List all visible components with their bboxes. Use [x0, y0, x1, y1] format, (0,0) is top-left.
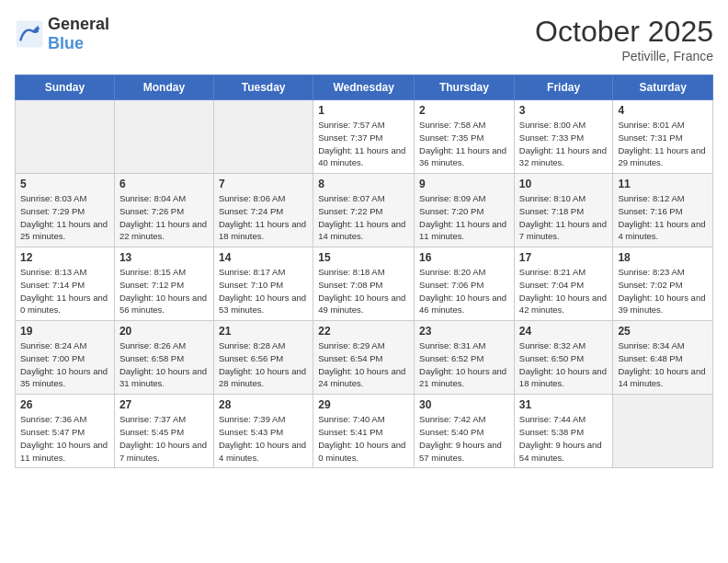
- day-info: Sunrise: 8:09 AMSunset: 7:20 PMDaylight:…: [419, 192, 509, 243]
- day-info: Sunrise: 8:15 AMSunset: 7:12 PMDaylight:…: [119, 266, 209, 316]
- calendar-week-1: 1Sunrise: 7:57 AMSunset: 7:37 PMDaylight…: [16, 100, 713, 174]
- day-info: Sunrise: 8:29 AMSunset: 6:54 PMDaylight:…: [318, 339, 409, 390]
- day-number: 16: [419, 251, 509, 264]
- calendar-cell: 14Sunrise: 8:17 AMSunset: 7:10 PMDayligh…: [213, 247, 313, 321]
- day-number: 13: [119, 251, 209, 264]
- day-number: 5: [20, 178, 109, 190]
- day-info: Sunrise: 7:39 AMSunset: 5:43 PMDaylight:…: [219, 413, 308, 464]
- day-number: 4: [618, 104, 708, 117]
- day-number: 9: [419, 178, 509, 190]
- day-number: 8: [318, 178, 409, 190]
- calendar-cell: 21Sunrise: 8:28 AMSunset: 6:56 PMDayligh…: [213, 321, 313, 395]
- calendar-cell: 23Sunrise: 8:31 AMSunset: 6:52 PMDayligh…: [415, 321, 515, 395]
- day-info: Sunrise: 8:31 AMSunset: 6:52 PMDaylight:…: [419, 339, 509, 390]
- day-info: Sunrise: 8:13 AMSunset: 7:14 PMDaylight:…: [20, 266, 109, 316]
- day-info: Sunrise: 8:10 AMSunset: 7:18 PMDaylight:…: [519, 192, 609, 243]
- calendar-cell: 24Sunrise: 8:32 AMSunset: 6:50 PMDayligh…: [514, 321, 613, 395]
- day-number: 1: [318, 104, 409, 117]
- logo: General Blue: [15, 15, 109, 53]
- weekday-thursday: Thursday: [415, 75, 515, 100]
- calendar-cell: 11Sunrise: 8:12 AMSunset: 7:16 PMDayligh…: [613, 174, 713, 247]
- calendar-cell: 10Sunrise: 8:10 AMSunset: 7:18 PMDayligh…: [514, 174, 613, 247]
- day-info: Sunrise: 7:44 AMSunset: 5:38 PMDaylight:…: [519, 413, 609, 464]
- day-number: 17: [519, 251, 609, 264]
- calendar-cell: 26Sunrise: 7:36 AMSunset: 5:47 PMDayligh…: [16, 395, 115, 468]
- calendar-week-2: 5Sunrise: 8:03 AMSunset: 7:29 PMDaylight…: [16, 174, 713, 247]
- day-info: Sunrise: 8:06 AMSunset: 7:24 PMDaylight:…: [219, 192, 308, 243]
- calendar-table: SundayMondayTuesdayWednesdayThursdayFrid…: [15, 75, 713, 468]
- day-number: 25: [618, 325, 708, 338]
- weekday-header-row: SundayMondayTuesdayWednesdayThursdayFrid…: [16, 75, 713, 100]
- calendar-cell: 15Sunrise: 8:18 AMSunset: 7:08 PMDayligh…: [313, 247, 415, 321]
- weekday-friday: Friday: [514, 75, 613, 100]
- calendar-cell: 25Sunrise: 8:34 AMSunset: 6:48 PMDayligh…: [613, 321, 713, 395]
- day-info: Sunrise: 7:58 AMSunset: 7:35 PMDaylight:…: [419, 119, 509, 169]
- calendar-cell: [613, 395, 713, 468]
- calendar-cell: 9Sunrise: 8:09 AMSunset: 7:20 PMDaylight…: [415, 174, 515, 247]
- day-number: 14: [219, 251, 308, 264]
- day-number: 31: [519, 398, 609, 411]
- calendar-cell: 4Sunrise: 8:01 AMSunset: 7:31 PMDaylight…: [613, 100, 713, 174]
- day-info: Sunrise: 8:20 AMSunset: 7:06 PMDaylight:…: [419, 266, 509, 316]
- day-number: 24: [519, 325, 609, 338]
- calendar-cell: 31Sunrise: 7:44 AMSunset: 5:38 PMDayligh…: [514, 395, 613, 468]
- weekday-saturday: Saturday: [613, 75, 713, 100]
- logo-name: General Blue: [48, 15, 109, 53]
- day-info: Sunrise: 8:32 AMSunset: 6:50 PMDaylight:…: [519, 339, 609, 390]
- day-info: Sunrise: 8:28 AMSunset: 6:56 PMDaylight:…: [219, 339, 308, 390]
- calendar-cell: 30Sunrise: 7:42 AMSunset: 5:40 PMDayligh…: [415, 395, 515, 468]
- page-header: General Blue October 2025 Petiville, Fra…: [15, 15, 713, 63]
- day-info: Sunrise: 7:42 AMSunset: 5:40 PMDaylight:…: [419, 413, 509, 464]
- calendar-cell: 22Sunrise: 8:29 AMSunset: 6:54 PMDayligh…: [313, 321, 415, 395]
- day-info: Sunrise: 7:57 AMSunset: 7:37 PMDaylight:…: [318, 119, 409, 169]
- calendar-cell: 8Sunrise: 8:07 AMSunset: 7:22 PMDaylight…: [313, 174, 415, 247]
- day-number: 20: [119, 325, 209, 338]
- weekday-tuesday: Tuesday: [213, 75, 313, 100]
- calendar-cell: 12Sunrise: 8:13 AMSunset: 7:14 PMDayligh…: [16, 247, 115, 321]
- day-info: Sunrise: 8:24 AMSunset: 7:00 PMDaylight:…: [20, 339, 109, 390]
- day-number: 6: [119, 178, 209, 190]
- day-info: Sunrise: 8:03 AMSunset: 7:29 PMDaylight:…: [20, 192, 109, 243]
- day-info: Sunrise: 8:21 AMSunset: 7:04 PMDaylight:…: [519, 266, 609, 316]
- day-number: 28: [219, 398, 308, 411]
- logo-general: General: [48, 15, 109, 33]
- calendar-cell: 17Sunrise: 8:21 AMSunset: 7:04 PMDayligh…: [514, 247, 613, 321]
- calendar-cell: 3Sunrise: 8:00 AMSunset: 7:33 PMDaylight…: [514, 100, 613, 174]
- logo-blue: Blue: [48, 34, 84, 52]
- day-info: Sunrise: 8:12 AMSunset: 7:16 PMDaylight:…: [618, 192, 708, 243]
- day-info: Sunrise: 8:07 AMSunset: 7:22 PMDaylight:…: [318, 192, 409, 243]
- calendar-cell: 16Sunrise: 8:20 AMSunset: 7:06 PMDayligh…: [415, 247, 515, 321]
- calendar-week-5: 26Sunrise: 7:36 AMSunset: 5:47 PMDayligh…: [16, 395, 713, 468]
- day-number: 11: [618, 178, 708, 190]
- location: Petiville, France: [535, 49, 713, 63]
- calendar-cell: 2Sunrise: 7:58 AMSunset: 7:35 PMDaylight…: [415, 100, 515, 174]
- month-title: October 2025: [535, 15, 713, 49]
- day-number: 3: [519, 104, 609, 117]
- day-info: Sunrise: 8:34 AMSunset: 6:48 PMDaylight:…: [618, 339, 708, 390]
- calendar-cell: [114, 100, 213, 174]
- day-info: Sunrise: 8:23 AMSunset: 7:02 PMDaylight:…: [618, 266, 708, 316]
- day-info: Sunrise: 7:37 AMSunset: 5:45 PMDaylight:…: [119, 413, 209, 464]
- day-info: Sunrise: 7:36 AMSunset: 5:47 PMDaylight:…: [20, 413, 109, 464]
- calendar-cell: 19Sunrise: 8:24 AMSunset: 7:00 PMDayligh…: [16, 321, 115, 395]
- calendar-cell: 1Sunrise: 7:57 AMSunset: 7:37 PMDaylight…: [313, 100, 415, 174]
- calendar-cell: 18Sunrise: 8:23 AMSunset: 7:02 PMDayligh…: [613, 247, 713, 321]
- day-info: Sunrise: 8:04 AMSunset: 7:26 PMDaylight:…: [119, 192, 209, 243]
- day-number: 19: [20, 325, 109, 338]
- day-info: Sunrise: 8:26 AMSunset: 6:58 PMDaylight:…: [119, 339, 209, 390]
- calendar-cell: 7Sunrise: 8:06 AMSunset: 7:24 PMDaylight…: [213, 174, 313, 247]
- day-number: 10: [519, 178, 609, 190]
- svg-rect-0: [17, 21, 43, 48]
- day-number: 2: [419, 104, 509, 117]
- day-info: Sunrise: 8:18 AMSunset: 7:08 PMDaylight:…: [318, 266, 409, 316]
- day-info: Sunrise: 8:01 AMSunset: 7:31 PMDaylight:…: [618, 119, 708, 169]
- day-number: 15: [318, 251, 409, 264]
- day-number: 26: [20, 398, 109, 411]
- calendar-cell: [16, 100, 115, 174]
- calendar-cell: 28Sunrise: 7:39 AMSunset: 5:43 PMDayligh…: [213, 395, 313, 468]
- calendar-week-3: 12Sunrise: 8:13 AMSunset: 7:14 PMDayligh…: [16, 247, 713, 321]
- day-number: 30: [419, 398, 509, 411]
- weekday-monday: Monday: [114, 75, 213, 100]
- logo-icon: [15, 19, 44, 49]
- day-number: 23: [419, 325, 509, 338]
